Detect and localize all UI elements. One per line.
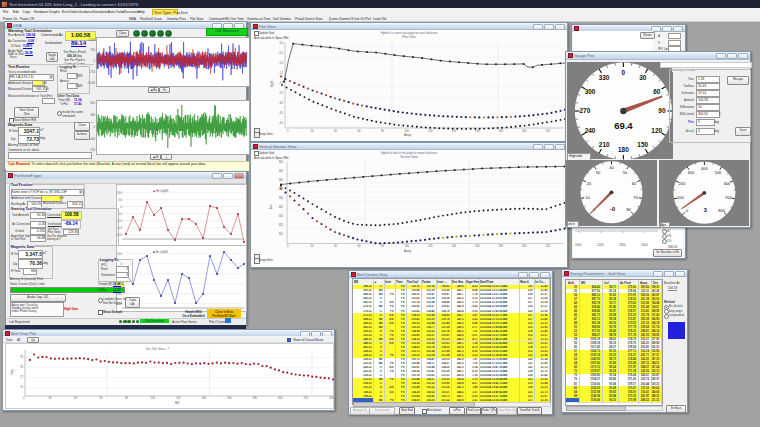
svg-text:60: 60 [632,181,637,186]
svg-text:400: 400 [701,166,708,171]
svg-text:600: 600 [724,181,731,186]
svg-text:100: 100 [677,195,684,200]
svg-text:40: 40 [609,165,614,170]
svg-text:20: 20 [587,181,592,186]
svg-text:70: 70 [633,195,638,200]
svg-text:700: 700 [725,195,732,200]
svg-text:-0: -0 [610,206,615,212]
svg-text:800: 800 [718,208,725,213]
svg-text:30: 30 [596,170,601,175]
svg-text:80: 80 [627,207,632,212]
svg-text:3: 3 [704,207,707,213]
svg-text:200: 200 [678,181,685,186]
svg-text:500: 500 [715,170,722,175]
svg-text:300: 300 [687,170,694,175]
svg-text:50: 50 [623,170,628,175]
svg-text:10: 10 [585,195,590,200]
